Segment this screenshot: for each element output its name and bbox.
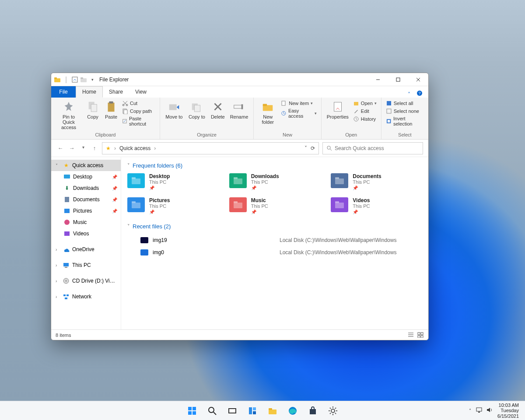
desktop-icon — [63, 173, 70, 180]
frequent-folders-header[interactable]: ˅ Frequent folders (6) — [127, 162, 422, 169]
volume-tray-icon[interactable] — [486, 407, 493, 414]
edge-taskbar-button[interactable] — [284, 402, 301, 420]
nav-downloads[interactable]: ⬇Downloads📌 — [59, 182, 121, 194]
widgets-button[interactable] — [244, 402, 261, 420]
select-all-button[interactable]: Select all — [386, 100, 424, 106]
chevron-right-icon[interactable]: › — [56, 247, 60, 252]
svg-rect-3 — [80, 78, 87, 82]
close-button[interactable] — [408, 73, 428, 86]
open-button[interactable]: Open▾ — [353, 100, 377, 106]
nav-cd-drive[interactable]: ›CD Drive (D:) VirtualB — [51, 275, 121, 287]
paste-shortcut-button[interactable]: Paste shortcut — [122, 116, 155, 126]
svg-rect-70 — [192, 407, 196, 410]
folder-tile-pictures[interactable]: PicturesThis PC📌 — [127, 197, 219, 214]
breadcrumb-quick-access[interactable]: Quick access — [119, 145, 150, 151]
nav-this-pc[interactable]: ›This PC — [51, 259, 121, 271]
chevron-right-icon[interactable]: › — [56, 294, 60, 299]
start-button[interactable] — [183, 402, 201, 420]
navigation-pane[interactable]: ˅ ★ Quick access Desktop📌 ⬇Downloads📌 Do… — [51, 157, 121, 329]
cut-button[interactable]: Cut — [122, 100, 155, 106]
pin-icon: 📌 — [112, 209, 117, 214]
pin-icon: 📌 — [353, 186, 381, 190]
invert-selection-button[interactable]: Invert selection — [386, 116, 424, 126]
nav-desktop[interactable]: Desktop📌 — [59, 171, 121, 182]
tab-file[interactable]: File — [51, 86, 76, 98]
taskbar-search-button[interactable] — [203, 402, 221, 420]
select-none-button[interactable]: Select none — [386, 108, 424, 114]
paste-button[interactable]: Paste — [104, 99, 119, 119]
copy-to-button[interactable]: Copy to — [187, 99, 206, 119]
pin-icon: 📌 — [251, 210, 268, 214]
recent-file-img0[interactable]: img0Local Disk (C:)\Windows\Web\Wallpape… — [127, 246, 422, 259]
tab-home[interactable]: Home — [76, 86, 103, 98]
search-box[interactable]: Search Quick access — [322, 142, 423, 154]
back-button[interactable]: ← — [56, 145, 64, 151]
forward-button[interactable]: → — [68, 145, 76, 151]
recent-file-img19[interactable]: img19Local Disk (C:)\Windows\Web\Wallpap… — [127, 234, 422, 246]
pin-to-quick-access-button[interactable]: Pin to Quick access — [56, 99, 82, 130]
svg-rect-51 — [132, 177, 136, 179]
collapse-ribbon-button[interactable]: ˄ — [404, 91, 414, 98]
chevron-right-icon[interactable]: › — [56, 279, 60, 284]
folder-tile-desktop[interactable]: DesktopThis PC📌 — [127, 173, 219, 190]
history-button[interactable]: History — [353, 116, 377, 122]
network-tray-icon[interactable] — [476, 407, 483, 414]
file-explorer-taskbar-button[interactable] — [264, 402, 281, 420]
copy-button[interactable]: Copy — [85, 99, 100, 119]
move-to-button[interactable]: Move to — [164, 99, 184, 119]
maximize-button[interactable] — [388, 73, 408, 86]
svg-rect-24 — [242, 104, 243, 109]
recent-files-header[interactable]: ˅ Recent files (2) — [127, 223, 422, 230]
taskbar-clock[interactable]: 10:03 AM Tuesday 6/15/2021 — [497, 402, 519, 419]
folder-tile-documents[interactable]: DocumentsThis PC📌 — [331, 173, 422, 190]
thumbnails-view-button[interactable] — [417, 332, 424, 339]
svg-rect-78 — [253, 407, 256, 410]
new-folder-button[interactable]: New folder — [258, 99, 277, 125]
refresh-button[interactable]: ⟳ — [311, 145, 315, 151]
settings-taskbar-button[interactable] — [324, 402, 342, 420]
folder-tile-music[interactable]: MusicThis PC📌 — [229, 197, 321, 214]
nav-pictures[interactable]: Pictures📌 — [59, 205, 121, 217]
copy-path-button[interactable]: Copy path — [122, 108, 155, 114]
store-taskbar-button[interactable] — [304, 402, 322, 420]
properties-qat-icon[interactable] — [71, 76, 78, 83]
titlebar[interactable]: | ▾ File Explorer — [51, 73, 428, 86]
file-explorer-window: | ▾ File Explorer File Home Share View — [51, 73, 429, 340]
folder-tile-downloads[interactable]: DownloadsThis PC📌 — [229, 173, 321, 190]
chevron-right-icon[interactable]: › — [154, 145, 156, 151]
chevron-right-icon[interactable]: › — [56, 263, 60, 268]
delete-button[interactable]: Delete — [210, 99, 226, 119]
group-label-select: Select — [398, 132, 412, 138]
details-view-button[interactable] — [407, 332, 414, 339]
svg-rect-66 — [421, 332, 423, 335]
rename-button[interactable]: Rename — [229, 99, 249, 119]
address-bar[interactable]: ★ › Quick access › ˅ ⟳ — [102, 142, 319, 154]
qat-dropdown-icon[interactable]: ▾ — [89, 76, 96, 83]
up-button[interactable]: ↑ — [91, 145, 98, 151]
show-hidden-icons-button[interactable]: ˄ — [469, 408, 471, 413]
nav-documents[interactable]: Documents📌 — [59, 194, 121, 205]
new-folder-qat-icon[interactable] — [80, 76, 87, 83]
svg-rect-48 — [66, 294, 69, 296]
address-dropdown-button[interactable]: ˅ — [304, 145, 307, 151]
folder-tile-videos[interactable]: VideosThis PC📌 — [331, 197, 422, 214]
edit-button[interactable]: Edit — [353, 108, 377, 114]
tab-share[interactable]: Share — [103, 86, 129, 98]
properties-button[interactable]: Properties — [326, 99, 350, 119]
svg-line-90 — [335, 413, 336, 414]
content-area[interactable]: ˅ Frequent folders (6) DesktopThis PC📌Do… — [121, 157, 428, 329]
nav-onedrive[interactable]: ›OneDrive — [51, 244, 121, 255]
nav-music[interactable]: Music — [59, 217, 121, 228]
nav-network[interactable]: ›Network — [51, 291, 121, 302]
nav-videos[interactable]: Videos — [59, 228, 121, 239]
nav-quick-access[interactable]: ˅ ★ Quick access — [51, 160, 121, 171]
svg-rect-39 — [65, 197, 69, 202]
taskbar[interactable]: ˄ 10:03 AM Tuesday 6/15/2021 — [0, 401, 525, 420]
easy-access-button[interactable]: Easy access▾ — [281, 108, 316, 119]
minimize-button[interactable] — [368, 73, 388, 86]
new-item-button[interactable]: New item▾ — [281, 100, 316, 106]
tab-view[interactable]: View — [129, 86, 153, 98]
task-view-button[interactable] — [224, 402, 241, 420]
help-button[interactable]: ? — [414, 90, 425, 98]
recent-locations-button[interactable]: ▾ — [79, 145, 87, 151]
